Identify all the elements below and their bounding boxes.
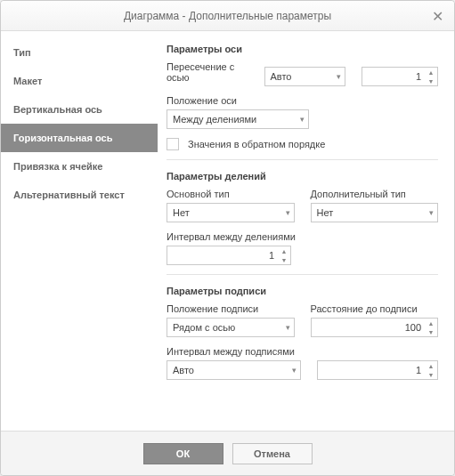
cancel-button[interactable]: Отмена <box>232 443 313 464</box>
axis-position-value: Между делениями <box>173 114 256 125</box>
separator <box>167 274 438 275</box>
tick-interval-label: Интервал между делениями <box>167 231 438 242</box>
ok-button[interactable]: ОК <box>143 443 223 464</box>
close-button[interactable]: ✕ <box>427 6 447 26</box>
chevron-down-icon: ▾ <box>292 366 297 375</box>
spinner-down-icon[interactable]: ▼ <box>425 370 437 379</box>
sidebar-item-horizontal-axis[interactable]: Горизонтальная ось <box>1 124 158 152</box>
minor-tick-value: Нет <box>317 207 334 218</box>
spinner-up-icon[interactable]: ▲ <box>425 68 437 77</box>
labels-title: Параметры подписи <box>167 286 438 296</box>
label-interval-spinner[interactable]: ▲ ▼ <box>317 360 439 380</box>
label-distance-spinner[interactable]: ▲ ▼ <box>311 318 439 337</box>
chevron-down-icon: ▾ <box>429 208 434 217</box>
dialog-body: Тип Макет Вертикальная ось Горизонтальна… <box>1 31 454 431</box>
cross-select-value: Авто <box>271 71 292 82</box>
label-position-value: Рядом с осью <box>173 322 235 333</box>
minor-tick-select[interactable]: Нет ▾ <box>311 203 439 222</box>
label-distance-input[interactable] <box>311 318 439 337</box>
spinner-up-icon[interactable]: ▲ <box>425 319 437 327</box>
axis-position-label: Положение оси <box>167 95 438 106</box>
axis-position-select[interactable]: Между делениями ▾ <box>167 109 309 129</box>
chevron-down-icon: ▾ <box>300 115 305 124</box>
label-position-label: Положение подписи <box>167 303 295 314</box>
tick-interval-input[interactable] <box>167 246 291 265</box>
tick-interval-spinner[interactable]: ▲ ▼ <box>167 246 291 265</box>
minor-tick-label: Дополнительный тип <box>311 189 439 199</box>
spinner-up-icon[interactable]: ▲ <box>425 361 437 370</box>
reverse-checkbox[interactable] <box>167 138 179 150</box>
chevron-down-icon: ▾ <box>337 72 341 81</box>
sidebar-item-layout[interactable]: Макет <box>1 67 158 95</box>
sidebar-item-vertical-axis[interactable]: Вертикальная ось <box>1 95 158 124</box>
cross-number-spinner[interactable]: ▲ ▼ <box>362 67 438 86</box>
spinner-down-icon[interactable]: ▼ <box>425 77 437 85</box>
sidebar-item-type[interactable]: Тип <box>1 38 158 67</box>
separator <box>167 159 438 160</box>
spinner-up-icon[interactable]: ▲ <box>278 246 290 255</box>
dialog-title: Диаграмма - Дополнительные параметры <box>124 10 331 22</box>
label-interval-input[interactable] <box>317 360 439 380</box>
sidebar-item-cell-anchor[interactable]: Привязка к ячейке <box>1 152 158 181</box>
label-position-select[interactable]: Рядом с осью ▾ <box>167 318 295 337</box>
label-interval-mode-select[interactable]: Авто ▾ <box>167 360 301 380</box>
close-icon: ✕ <box>432 8 443 25</box>
label-interval-label: Интервал между подписями <box>167 346 438 357</box>
reverse-checkbox-row[interactable]: Значения в обратном порядке <box>167 138 438 150</box>
dialog: Диаграмма - Дополнительные параметры ✕ Т… <box>0 0 455 476</box>
spinner-down-icon[interactable]: ▼ <box>278 255 290 264</box>
chevron-down-icon: ▾ <box>286 323 290 332</box>
major-tick-value: Нет <box>173 207 190 218</box>
sidebar: Тип Макет Вертикальная ось Горизонтальна… <box>1 31 158 431</box>
reverse-label: Значения в обратном порядке <box>188 139 325 149</box>
cross-select[interactable]: Авто ▾ <box>264 67 346 86</box>
label-distance-label: Расстояние до подписи <box>311 303 439 314</box>
major-tick-label: Основной тип <box>167 189 295 199</box>
chevron-down-icon: ▾ <box>286 208 290 217</box>
spinner-down-icon[interactable]: ▼ <box>425 327 437 336</box>
ticks-title: Параметры делений <box>167 171 438 182</box>
dialog-footer: ОК Отмена <box>1 431 454 475</box>
titlebar: Диаграмма - Дополнительные параметры ✕ <box>1 1 454 31</box>
label-interval-mode-value: Авто <box>173 365 194 375</box>
major-tick-select[interactable]: Нет ▾ <box>167 203 295 222</box>
content-pane: Параметры оси Пересечение с осью Авто ▾ <box>158 31 454 431</box>
cross-label: Пересечение с осью <box>167 61 248 83</box>
sidebar-item-alt-text[interactable]: Альтернативный текст <box>1 181 158 209</box>
axis-params-title: Параметры оси <box>167 44 438 54</box>
